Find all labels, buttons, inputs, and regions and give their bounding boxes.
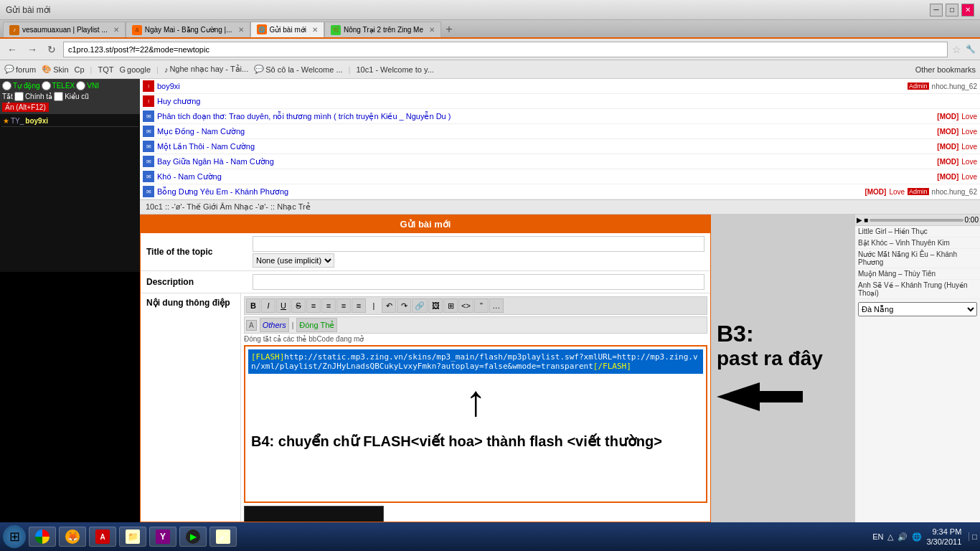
volume-icon[interactable]: 🔊 — [897, 532, 908, 542]
bm-google[interactable]: G google — [119, 65, 151, 74]
taskbar-item-chrome[interactable] — [29, 527, 56, 547]
close-bb-button[interactable]: Đóng Thẻ — [296, 318, 337, 332]
forum-row-7[interactable]: ✉ Bỗng Dưng Yêu Em - Khánh Phương [MOD] … — [140, 184, 980, 199]
reload-button[interactable]: ↻ — [44, 42, 59, 57]
chinh-ta-check[interactable]: Chính tả — [14, 92, 52, 101]
taskbar: ⊞ 🦊 A 📁 Y ▶ 🖌 EN △ 🔊 🌐 9:34 PM 3/30/2011… — [0, 522, 980, 551]
forum-title-0[interactable]: boy9xi — [157, 82, 905, 90]
forum-title-2[interactable]: Phân tích đoạn thơ: Trao duyên, nỗi thươ… — [157, 112, 934, 121]
strikethrough-button[interactable]: S — [291, 298, 306, 313]
forum-title-5[interactable]: Bay Giữa Ngân Hà - Nam Cường — [157, 157, 934, 166]
tab-close-2[interactable]: ✕ — [312, 26, 318, 34]
forum-icon-6: ✉ — [143, 171, 154, 182]
quote-button[interactable]: " — [474, 298, 489, 313]
new-tab-button[interactable]: + — [441, 22, 457, 37]
bm-10c1[interactable]: 10c1 - Welcome to y... — [356, 65, 433, 74]
sidebar-song-0[interactable]: Little Girl – Hiền Thục — [855, 226, 980, 237]
bm-sep-2: | — [156, 65, 159, 74]
back-button[interactable]: ← — [4, 42, 20, 57]
redo-button[interactable]: ↷ — [397, 298, 411, 313]
forum-row-5[interactable]: ✉ Bay Giữa Ngân Hà - Nam Cường [MOD] Lov… — [140, 154, 980, 169]
city-select[interactable]: Đà Nẵng — [858, 302, 977, 316]
sidebar-song-2[interactable]: Nước Mắt Nắng Ki Êu – Khánh Phương — [855, 249, 980, 268]
minimize-button[interactable]: ─ — [930, 4, 943, 17]
taskbar-item-media[interactable]: ▶ — [179, 527, 207, 547]
forum-row-0[interactable]: ! boy9xi Admin nhoc.hung_62 — [140, 79, 980, 94]
network-icon[interactable]: 🌐 — [912, 532, 922, 542]
sidebar-song-3[interactable]: Muộn Màng – Thùy Tiên — [855, 268, 980, 280]
play-icon[interactable]: ▶ — [857, 216, 862, 224]
bm-music[interactable]: ♪ Nghe nhạc hay - Tải... — [164, 65, 248, 74]
forum-title-4[interactable]: Một Lần Thôi - Nam Cường — [157, 142, 934, 151]
description-input[interactable] — [253, 274, 705, 290]
tray-up-icon[interactable]: △ — [887, 532, 893, 542]
forward-button[interactable]: → — [24, 42, 40, 57]
tab-close-1[interactable]: ✕ — [238, 26, 244, 34]
b3-label: B3: — [717, 320, 754, 347]
tab-3[interactable]: 🌿 Nông Trại 2 trên Zing Me ✕ — [324, 22, 441, 37]
start-button[interactable]: ⊞ — [3, 525, 26, 548]
taskbar-item-files[interactable]: 📁 — [119, 527, 146, 547]
taskbar-item-yahoo[interactable]: Y — [149, 527, 176, 547]
vni-radio[interactable]: VNI — [76, 81, 99, 90]
bm-socolate[interactable]: 💬 Sô cô la - Welcome ... — [254, 65, 342, 74]
show-desktop-icon[interactable]: □ — [969, 532, 977, 541]
forum-title-3[interactable]: Mục Đồng - Nam Cường — [157, 127, 934, 136]
tab-2[interactable]: 🌐 Gửi bài mới ✕ — [250, 22, 324, 37]
tab-1[interactable]: ♫ Ngày Mai - Bằng Cường |... ✕ — [126, 22, 250, 37]
left-forum-row-1[interactable]: ★ TY_ boy9xi — [1, 116, 138, 127]
undo-button[interactable]: ↶ — [382, 298, 396, 313]
link-button[interactable]: 🔗 — [412, 298, 428, 313]
telex-radio[interactable]: TELEX — [42, 81, 75, 90]
tab-close-3[interactable]: ✕ — [429, 26, 435, 34]
code-button[interactable]: <> — [458, 298, 473, 313]
svg-marker-0 — [717, 382, 803, 411]
editor-display[interactable]: [FLASH]http://static.mp3.zing.vn/skins/m… — [244, 345, 707, 503]
underline-button[interactable]: U — [276, 298, 291, 313]
bm-tqt[interactable]: TQT — [98, 65, 113, 74]
progress-bar[interactable] — [870, 219, 963, 222]
table-button[interactable]: ⊞ — [443, 298, 458, 313]
forum-row-6[interactable]: ✉ Khó - Nam Cường [MOD] Love — [140, 169, 980, 184]
forum-row-2[interactable]: ✉ Phân tích đoạn thơ: Trao duyên, nỗi th… — [140, 109, 980, 124]
stop-icon[interactable]: ■ — [864, 216, 868, 224]
implicit-select[interactable]: None (use implicit) — [253, 253, 334, 268]
taskbar-item-paint[interactable]: 🖌 — [209, 527, 237, 547]
image-button[interactable]: 🖼 — [428, 298, 443, 313]
auto-radio[interactable]: Tự động — [2, 81, 40, 90]
bm-skin[interactable]: 🎨 Skin — [42, 65, 68, 74]
address-input[interactable] — [63, 42, 948, 57]
taskbar-item-firefox[interactable]: 🦊 — [59, 527, 86, 547]
italic-button[interactable]: I — [261, 298, 275, 313]
forum-love-5: Love — [961, 158, 977, 166]
kieu-cu-check[interactable]: Kiểu cũ — [54, 92, 89, 101]
bold-button[interactable]: B — [246, 298, 260, 313]
bm-forum[interactable]: 💬 forum — [4, 65, 36, 74]
sidebar-song-4[interactable]: Anh Sẽ Về – Khánh Trung (Huyền Thoại) — [855, 280, 980, 299]
close-button[interactable]: ✕ — [961, 4, 974, 17]
forum-title-1[interactable]: Huy chương — [157, 97, 977, 106]
forum-title-6[interactable]: Khó - Nam Cường — [157, 172, 934, 182]
align-left-button[interactable]: ≡ — [306, 298, 321, 313]
sidebar-song-1[interactable]: Bật Khóc – Vinh Thuyên Kim — [855, 237, 980, 249]
align-right-button[interactable]: ≡ — [336, 298, 351, 313]
forum-row-3[interactable]: ✉ Mục Đồng - Nam Cường [MOD] Love — [140, 124, 980, 139]
taskbar-item-adobe[interactable]: A — [89, 527, 116, 547]
forum-row-1[interactable]: ! Huy chương — [140, 94, 980, 109]
title-input[interactable] — [253, 236, 705, 252]
others-button[interactable]: Others — [260, 318, 289, 332]
bm-other[interactable]: Other bookmarks — [915, 65, 976, 74]
tab-0[interactable]: ♪ vesaumuaxuan | Playlist ... ✕ — [3, 22, 126, 37]
justify-button[interactable]: ≡ — [352, 298, 366, 313]
maximize-button[interactable]: □ — [946, 4, 958, 17]
align-center-button[interactable]: ≡ — [321, 298, 336, 313]
bm-cp[interactable]: Cp — [75, 65, 85, 74]
forum-row-4[interactable]: ✉ Một Lần Thôi - Nam Cường [MOD] Love — [140, 139, 980, 154]
an-button[interactable]: Ẩn (Alt+F12) — [2, 103, 49, 112]
forum-title-7[interactable]: Bỗng Dưng Yêu Em - Khánh Phương — [157, 187, 862, 197]
toolbar-row-1: B I U S ≡ ≡ ≡ ≡ | ↶ ↷ 🔗 🖼 — [244, 296, 707, 315]
bookmark-star[interactable]: ☆ — [952, 44, 961, 55]
a-btn[interactable]: A — [246, 320, 257, 331]
more-btn[interactable]: … — [489, 298, 504, 313]
tab-close-0[interactable]: ✕ — [113, 26, 119, 34]
